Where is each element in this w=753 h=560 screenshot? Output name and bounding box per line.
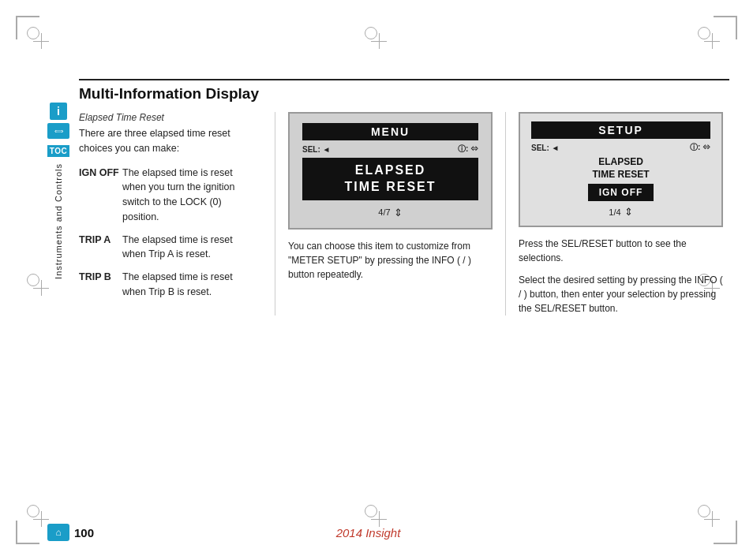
sidebar-section-label: Instruments and Controls [54,163,63,279]
setup-sub-text: ELAPSED TIME RESET [592,156,649,181]
divider-right [505,112,506,315]
option-desc-ign: The elapsed time is reset when you turn … [122,166,256,225]
menu-lcd-header: MENU [302,123,478,140]
center-panel-text: You can choose this item to customize fr… [288,239,493,282]
crosshair-top [371,33,387,49]
home-button[interactable]: ⌂ 100 [47,524,94,541]
crosshair-ml [33,280,49,296]
section-title: Elapsed Time Reset [79,112,256,123]
setup-lcd-screen: SETUP SEL: ◄ ⓘ: ⇔ ELAPSED TIME RESET IGN… [519,112,723,227]
setup-info-label: ⓘ: ⇔ [690,142,710,153]
menu-page: 4/7 [378,207,390,217]
center-panel: MENU SEL: ◄ ⓘ: ⇔ ELAPSED TIME RESET 4/7 … [282,112,499,315]
menu-arrow: ⇕ [394,207,403,218]
crosshair-tl [33,33,49,49]
crosshair-tr [704,33,720,49]
setup-footer: 1/4 ⇕ [609,206,632,218]
menu-footer: 4/7 ⇕ [378,207,402,218]
title-section: Multi-Information Display [79,79,729,103]
option-key-tripa: TRIP A [79,233,122,263]
svg-text:⟺: ⟺ [54,128,64,135]
page-number: 100 [74,526,94,539]
option-ign-off: IGN OFF The elapsed time is reset when y… [79,166,256,225]
right-panel-text1: Press the SEL/RESET button to see the se… [519,237,723,265]
option-desc-tripb: The elapsed time is reset when Trip B is… [122,270,256,300]
book-title: 2014 Insight [336,526,401,539]
intro-text: There are three elapsed time reset choic… [79,126,256,156]
menu-sel-row: SEL: ◄ ⓘ: ⇔ [302,144,478,155]
option-trip-a: TRIP A The elapsed time is reset when Tr… [79,233,256,263]
sel-label: SEL: ◄ [302,145,330,154]
page-title: Multi-Information Display [79,85,729,103]
menu-lcd-screen: MENU SEL: ◄ ⓘ: ⇔ ELAPSED TIME RESET 4/7 … [288,112,493,230]
option-key-ign: IGN OFF [79,166,122,225]
option-trip-b: TRIP B The elapsed time is reset when Tr… [79,270,256,300]
setup-lcd-header: SETUP [531,121,710,139]
home-icon: ⌂ [47,524,69,541]
content-area: Elapsed Time Reset There are three elaps… [79,112,729,315]
main-content: Multi-Information Display Elapsed Time R… [79,79,729,497]
toc-badge[interactable]: TOC [47,145,69,157]
text-column: Elapsed Time Reset There are three elaps… [79,112,268,315]
setup-arrow: ⇕ [624,206,633,218]
setup-sel-row: SEL: ◄ ⓘ: ⇔ [531,142,710,153]
right-panel: SETUP SEL: ◄ ⓘ: ⇔ ELAPSED TIME RESET IGN… [512,112,729,315]
info-label: ⓘ: ⇔ [458,144,478,155]
setup-sel-label: SEL: ◄ [531,144,559,152]
menu-main-text: ELAPSED TIME RESET [302,158,478,200]
info-icon: i [50,103,67,120]
option-desc-tripa: The elapsed time is reset when Trip A is… [122,233,256,263]
option-key-tripb: TRIP B [79,270,122,300]
divider-left [275,112,275,315]
ign-off-button: IGN OFF [588,184,654,201]
sidebar: i ⟺ TOC Instruments and Controls [47,103,69,497]
meter-icon: ⟺ [47,123,69,139]
setup-page: 1/4 [609,207,620,217]
bottom-bar: ⌂ 100 2014 Insight [0,505,753,560]
right-panel-text2: Select the desired setting by pressing t… [519,273,723,315]
